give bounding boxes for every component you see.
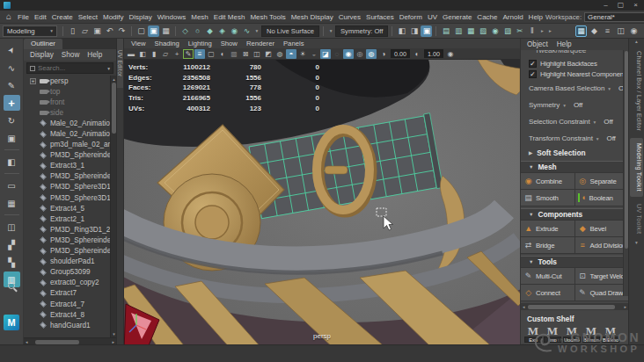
outliner-item[interactable]: + shoulderPad1 [24,257,110,267]
outliner-item[interactable]: + PM3D_Sphereinder3D [24,150,110,161]
collapse-icon[interactable]: ▸ [546,28,553,33]
sidebar-tab[interactable]: UV Toolkit [630,199,643,239]
layout-shortcut-icon[interactable] [4,173,19,174]
tool-icon[interactable]: ↻ [4,112,20,128]
render-icon[interactable]: ▧ [477,25,488,37]
viewport-toggle-icon[interactable]: ✎ [183,49,194,59]
section-header-components[interactable]: ▼ Components [521,208,628,220]
menu-item[interactable]: Mesh Tools [247,13,288,21]
toolkit-button[interactable]: ◎ Separate [575,173,629,189]
soft-selection-header[interactable]: ▶ Soft Selection [521,147,628,159]
snap-icon[interactable]: ∿ [241,25,252,37]
layout-shortcut-icon[interactable]: ◧ [4,154,20,170]
exposure-icon[interactable]: ◑ [378,49,389,59]
viewport-toggle-icon[interactable]: ◧ [137,49,148,59]
outliner-item[interactable]: + PM3D_Sphere3D1_5 [24,192,110,203]
layout-shortcut-icon[interactable]: ◫ [4,219,20,235]
menu-item[interactable]: Cache [474,13,500,21]
pause-viewport-icon[interactable]: ‖ [526,25,538,37]
gamma-field[interactable]: 1.00 [424,49,443,58]
toolbar-icon[interactable]: ↶ [104,25,115,37]
checkbox-checked-icon[interactable]: ✓ [529,70,537,78]
snap-icon[interactable]: ◇ [179,25,191,37]
exposure-field[interactable]: 0.00 [391,49,410,58]
outliner-item[interactable]: + Male_02_Animation_R [24,118,110,128]
uv-editor-tab[interactable]: UV Editor [117,39,123,88]
toolbar-icon[interactable]: ↷ [116,25,128,37]
outliner-search[interactable]: ▾ [26,62,113,74]
viewport-toggle-icon[interactable]: ▩ [229,49,239,59]
layout-shortcut-icon[interactable]: ▞ [4,236,20,252]
viewport-toggle-icon[interactable]: ▱ [160,49,171,59]
history-icon[interactable]: ▣ [421,25,432,37]
viewport-toggle-icon[interactable]: ◍ [274,49,285,59]
menu-item[interactable]: Generate [440,13,474,21]
scroll-right-icon[interactable]: ▸ [624,304,626,309]
section-header-tools[interactable]: ▼ Tools [521,256,628,267]
toolbar-icon[interactable]: ▯ [67,25,78,37]
scroll-left-icon[interactable]: ◂ [523,304,525,309]
toolkit-hscrollbar[interactable]: ◂ ▸ [521,303,628,310]
toolkit-checkbox-row[interactable]: ✓ Highlight Nearest Component [521,69,628,81]
menu-item[interactable]: Modify [100,13,127,21]
render-icon[interactable]: ▥ [452,25,464,37]
menu-item[interactable]: Mesh Display [289,13,336,21]
viewport-toggle-icon[interactable]: ☀ [297,49,308,59]
viewport-toggle-icon[interactable]: ◐ [217,49,228,59]
sidebar-tab[interactable]: Channel Box / Layer Editor [630,46,643,136]
menu-item[interactable]: Edit Mesh [211,13,248,21]
toolkit-dropdown-row[interactable]: Symmetry ▾ Off [521,97,628,113]
chevron-down-icon[interactable]: ▾ [327,28,334,33]
home-icon[interactable]: ⌂ [6,12,11,21]
outliner-item[interactable]: + extract0_copy2 [24,278,110,288]
tool-icon[interactable]: ∿ [4,60,20,76]
outliner-item[interactable]: + Extract4_8 [24,309,110,320]
viewport-menu-item[interactable]: Panels [279,40,309,47]
sidebar-toggle-icon[interactable]: ◉ [628,25,640,37]
toolkit-menu-item[interactable]: Help [557,40,572,48]
tool-icon[interactable]: ➤ [4,42,20,58]
checkbox-checked-icon[interactable]: ✓ [529,60,537,68]
chevron-down-icon[interactable]: ▾ [596,136,599,141]
viewport-toggle-icon[interactable]: ◒ [309,49,319,59]
viewport-toggle-icon[interactable]: ◍ [366,49,377,59]
outliner-item[interactable]: + Extract4_5 [24,203,110,214]
menu-item[interactable]: Deform [397,13,425,21]
toolkit-button[interactable]: ⊡ Target Weld [575,268,629,284]
toolkit-dropdown-row[interactable]: Camera Based Selection ▾ Off [521,80,628,97]
viewport-toggle-icon[interactable]: ≡ [194,49,205,59]
menu-item[interactable]: Create [49,13,76,21]
outliner-menu-item[interactable]: Show [62,51,79,59]
outliner-item[interactable]: + pm3d_male_02_anima [24,140,110,150]
viewport-menu-item[interactable]: Lighting [184,40,216,47]
scroll-down-icon[interactable]: ▾ [111,331,116,337]
render-icon[interactable]: ▤ [440,25,451,37]
outliner-item[interactable]: + Extract3_1 [24,161,110,171]
toolkit-button[interactable]: ✎ Multi-Cut [521,268,574,284]
toolbar-icon[interactable]: ▱ [79,25,91,37]
render-icon[interactable]: ◉ [489,25,501,37]
chevron-down-icon[interactable]: ▾ [594,119,596,125]
viewport-toggle-icon[interactable]: ▮ [149,49,159,59]
chevron-down-icon[interactable]: ▾ [253,28,260,33]
outliner-item[interactable]: + top [24,86,110,97]
outliner-item[interactable]: + front [24,97,110,107]
layout-shortcut-icon[interactable]: ▦ [4,195,20,211]
search-input[interactable] [38,64,105,72]
toolkit-checkbox-row[interactable]: ✓ Highlight Backfaces [521,58,628,69]
toolkit-vscrollbar[interactable] [623,50,628,296]
outliner-item[interactable]: + Extract2_1 [24,214,110,224]
outliner-item[interactable]: + PM3D_Sphereinder3D [24,235,110,245]
chevron-down-icon[interactable]: ▾ [608,86,611,91]
menu-item[interactable]: Mesh [188,13,211,21]
history-icon[interactable]: ◧ [396,25,407,37]
layout-shortcut-icon[interactable] [4,149,19,150]
toolkit-dropdown-row[interactable]: Transform Constraint ▾ Off [521,130,628,147]
menu-item[interactable]: File [15,13,32,21]
snap-icon[interactable]: ◈ [216,25,228,37]
menu-item[interactable]: Select [76,13,100,21]
viewport-toggle-icon[interactable]: ◓ [286,49,296,59]
section-header-mesh[interactable]: ▼ Mesh [521,161,628,172]
menu-item[interactable]: Display [127,13,155,21]
viewport-menu-item[interactable]: Shading [150,40,184,47]
